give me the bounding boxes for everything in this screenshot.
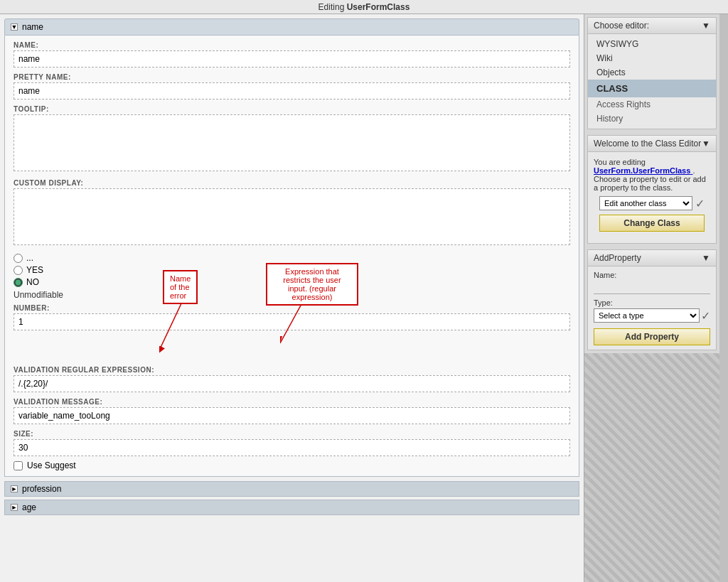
section-header-age[interactable]: ► age bbox=[4, 500, 579, 515]
right-panel: Choose editor: ▼ WYSIWYG Wiki Objects CL… bbox=[584, 14, 719, 582]
collapse-arrow-age[interactable]: ► bbox=[11, 504, 18, 511]
ap-name-input[interactable] bbox=[594, 281, 710, 294]
choose-editor-chevron[interactable]: ▼ bbox=[702, 21, 710, 31]
use-suggest-label: Use Suggest bbox=[27, 460, 76, 470]
section-content-name: NAME: PRETTY NAME: TOOLTIP: CUSTOM DISPL… bbox=[4, 36, 579, 477]
editing-link[interactable]: UserForm.UserFormClass bbox=[594, 166, 692, 175]
welcome-section: Welcome to the Class Editor ▼ You are ed… bbox=[587, 135, 717, 244]
collapse-arrow-profession[interactable]: ► bbox=[11, 485, 18, 492]
section-header-name[interactable]: ▼ name bbox=[4, 18, 579, 36]
scrollbar[interactable] bbox=[719, 14, 728, 582]
section-header-profession[interactable]: ► profession bbox=[4, 481, 579, 497]
add-property-body: Name: Type: Select a type ✓ Add Property bbox=[588, 266, 716, 350]
use-suggest-row: Use Suggest bbox=[14, 460, 570, 470]
ap-type-check-icon[interactable]: ✓ bbox=[701, 309, 710, 323]
ap-name-label: Name: bbox=[594, 271, 710, 279]
welcome-header: Welcome to the Class Editor ▼ bbox=[588, 136, 716, 152]
radio-no[interactable] bbox=[14, 278, 23, 287]
add-property-chevron[interactable]: ▼ bbox=[702, 253, 710, 263]
pretty-name-field-label: PRETTY NAME: bbox=[14, 73, 570, 81]
welcome-body: You are editing UserForm.UserFormClass .… bbox=[588, 152, 716, 243]
section-profession-label: profession bbox=[22, 484, 61, 494]
change-class-button[interactable]: Change Class bbox=[599, 215, 705, 232]
edit-another-class-row: Edit another class ✓ bbox=[599, 196, 705, 210]
size-input[interactable] bbox=[14, 439, 570, 456]
tooltip-field-label: TOOLTIP: bbox=[14, 105, 570, 113]
editor-item-wysiwyg[interactable]: WYSIWYG bbox=[588, 37, 716, 51]
validation-message-input[interactable] bbox=[14, 407, 570, 424]
edit-another-class-select[interactable]: Edit another class bbox=[599, 196, 692, 210]
section-age-label: age bbox=[22, 502, 36, 512]
class-item[interactable]: CLASS bbox=[588, 80, 716, 97]
custom-display-textarea[interactable] bbox=[14, 188, 570, 245]
choose-editor-title: Choose editor: bbox=[594, 21, 649, 31]
ap-type-label: Type: bbox=[594, 298, 710, 307]
pretty-name-input[interactable] bbox=[14, 82, 570, 99]
hatched-area bbox=[584, 353, 719, 582]
welcome-body-text: You are editing UserForm.UserFormClass .… bbox=[594, 158, 710, 192]
choose-editor-header: Choose editor: ▼ bbox=[588, 18, 716, 34]
radio-yes-label: YES bbox=[26, 265, 43, 275]
name-field-label: NAME: bbox=[14, 41, 570, 49]
choose-editor-body: WYSIWYG Wiki Objects CLASS Access Rights… bbox=[588, 34, 716, 129]
history-item[interactable]: History bbox=[588, 112, 716, 126]
add-property-title: AddProperty bbox=[594, 253, 641, 263]
main-panel: ▼ name NAME: PRETTY NAME: TOOLTIP: CUSTO… bbox=[0, 14, 584, 582]
annotation-box-name-error: Name of the error bbox=[163, 270, 198, 304]
choose-editor-section: Choose editor: ▼ WYSIWYG Wiki Objects CL… bbox=[587, 17, 717, 129]
radio-no-label: NO bbox=[26, 277, 39, 287]
editor-item-wiki[interactable]: Wiki bbox=[588, 51, 716, 65]
annotation-area: NUMBER: Name of the error bbox=[14, 304, 570, 470]
size-label: SIZE: bbox=[14, 430, 570, 438]
editor-item-objects[interactable]: Objects bbox=[588, 65, 716, 80]
validation-message-label: VALIDATION MESSAGE: bbox=[14, 398, 570, 406]
add-property-button[interactable]: Add Property bbox=[594, 328, 710, 345]
radio-row-dotdot: ... bbox=[14, 253, 570, 263]
section-name-label: name bbox=[22, 22, 43, 32]
tooltip-textarea[interactable] bbox=[14, 114, 570, 171]
ap-type-select[interactable]: Select a type bbox=[594, 308, 700, 323]
collapse-arrow-name[interactable]: ▼ bbox=[11, 23, 18, 31]
annotation-box-validation: Expression that restricts the user input… bbox=[266, 263, 358, 306]
use-suggest-checkbox[interactable] bbox=[14, 461, 23, 470]
radio-yes[interactable] bbox=[14, 266, 23, 275]
add-property-header: AddProperty ▼ bbox=[588, 250, 716, 266]
svg-line-1 bbox=[280, 304, 301, 343]
access-rights-item[interactable]: Access Rights bbox=[588, 97, 716, 112]
name-input[interactable] bbox=[14, 50, 570, 68]
title-bar: Editing UserFormClass bbox=[0, 0, 728, 14]
add-property-section: AddProperty ▼ Name: Type: Select a type … bbox=[587, 249, 717, 350]
class-label: CLASS bbox=[596, 83, 628, 94]
dropdown-check-icon[interactable]: ✓ bbox=[695, 197, 705, 210]
annotation-arrow-validation bbox=[280, 304, 337, 382]
title-prefix: Editing bbox=[318, 2, 345, 12]
welcome-chevron[interactable]: ▼ bbox=[702, 139, 710, 149]
radio-dotdot[interactable] bbox=[14, 254, 23, 263]
title-classname: UserFormClass bbox=[347, 2, 410, 12]
custom-display-field-label: CUSTOM DISPLAY: bbox=[14, 179, 570, 187]
radio-dotdot-label: ... bbox=[26, 253, 33, 263]
welcome-title: Welcome to the Class Editor bbox=[594, 139, 701, 149]
